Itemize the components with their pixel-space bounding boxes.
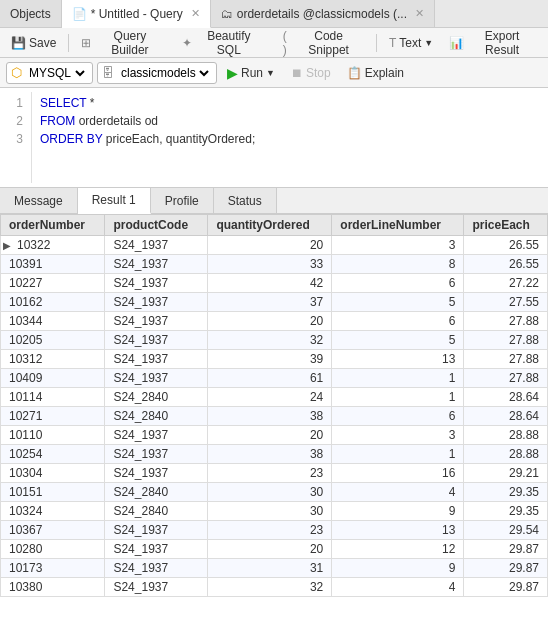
table-cell: 27.88	[464, 369, 548, 388]
table-cell: 5	[332, 293, 464, 312]
table-cell: S24_1937	[105, 255, 208, 274]
tab-objects[interactable]: Objects	[0, 0, 62, 27]
table-row: 10114S24_284024128.64	[1, 388, 548, 407]
run-label: Run	[241, 66, 263, 80]
query-builder-button[interactable]: ⊞ Query Builder	[74, 27, 172, 59]
table-cell: S24_1937	[105, 350, 208, 369]
table-row: 10254S24_193738128.88	[1, 445, 548, 464]
table-cell: S24_1937	[105, 293, 208, 312]
db-name-dropdown[interactable]: classicmodels	[117, 65, 212, 81]
table-cell: S24_1937	[105, 540, 208, 559]
editor-area[interactable]: 1 2 3 SELECT * FROM orderdetails od ORDE…	[0, 88, 548, 188]
close-icon-2[interactable]: ✕	[415, 7, 424, 20]
col-quantityOrdered: quantityOrdered	[208, 215, 332, 236]
tab-profile[interactable]: Profile	[151, 188, 214, 213]
table-cell: 1	[332, 388, 464, 407]
table-cell: 3	[332, 236, 464, 255]
text-button[interactable]: T Text ▼	[382, 34, 440, 52]
table-row: ▶10322S24_193720326.55	[1, 236, 548, 255]
result-tabs: Message Result 1 Profile Status	[0, 188, 548, 214]
code-snippet-button[interactable]: ( ) Code Snippet	[272, 27, 371, 59]
export-button[interactable]: 📊 Export Result	[442, 27, 544, 59]
explain-icon: 📋	[347, 66, 362, 80]
table-cell: 42	[208, 274, 332, 293]
table-row: 10173S24_193731929.87	[1, 559, 548, 578]
save-button[interactable]: 💾 Save	[4, 34, 63, 52]
run-button[interactable]: ▶ Run ▼	[221, 63, 281, 83]
db-type-dropdown[interactable]: MYSQL	[25, 65, 88, 81]
table-cell: 20	[208, 540, 332, 559]
col-productCode: productCode	[105, 215, 208, 236]
table-cell: 9	[332, 502, 464, 521]
table-cell: S24_1937	[105, 559, 208, 578]
table-cell: 10304	[1, 464, 105, 483]
table-cell: 29.35	[464, 502, 548, 521]
db-type-selector[interactable]: ⬡ MYSQL	[6, 62, 93, 84]
table-cell: 10367	[1, 521, 105, 540]
table-cell: 26.55	[464, 255, 548, 274]
stop-button[interactable]: ⏹ Stop	[285, 64, 337, 82]
table-cell: 39	[208, 350, 332, 369]
code-editor[interactable]: SELECT * FROM orderdetails od ORDER BY p…	[32, 92, 255, 183]
tab-message[interactable]: Message	[0, 188, 78, 213]
db-name-selector[interactable]: 🗄 classicmodels	[97, 62, 217, 84]
code-line-2: FROM orderdetails od	[40, 112, 255, 130]
result1-tab-label: Result 1	[92, 193, 136, 207]
status-tab-label: Status	[228, 194, 262, 208]
run-dropdown-icon: ▼	[266, 68, 275, 78]
table-row: 10380S24_193732429.87	[1, 578, 548, 597]
result-table-container[interactable]: orderNumber productCode quantityOrdered …	[0, 214, 548, 622]
table-cell: 28.88	[464, 445, 548, 464]
table-cell: S24_1937	[105, 521, 208, 540]
table-cell: 32	[208, 331, 332, 350]
col-priceEach: priceEach	[464, 215, 548, 236]
table-row: 10391S24_193733826.55	[1, 255, 548, 274]
tab-untitled-query[interactable]: 📄 * Untitled - Query ✕	[62, 0, 211, 28]
close-icon[interactable]: ✕	[191, 7, 200, 20]
beautify-label: Beautify SQL	[195, 29, 264, 57]
code-snippet-label: Code Snippet	[293, 29, 364, 57]
table-cell: S24_1937	[105, 426, 208, 445]
table-cell: 28.64	[464, 388, 548, 407]
beautify-button[interactable]: ✦ Beautify SQL	[175, 27, 271, 59]
table-cell: 6	[332, 407, 464, 426]
table-cell: S24_1937	[105, 274, 208, 293]
table-row: 10344S24_193720627.88	[1, 312, 548, 331]
table-cell: 26.55	[464, 236, 548, 255]
table-cell: 1	[332, 369, 464, 388]
document-icon: 📄	[72, 7, 87, 21]
table-cell: 10280	[1, 540, 105, 559]
table-cell: 8	[332, 255, 464, 274]
table-cell: 10205	[1, 331, 105, 350]
table-cell: 10114	[1, 388, 105, 407]
col-orderLineNumber: orderLineNumber	[332, 215, 464, 236]
table-icon: 🗂	[221, 7, 233, 21]
text-icon: T	[389, 36, 396, 50]
table-cell: 20	[208, 426, 332, 445]
table-header-row: orderNumber productCode quantityOrdered …	[1, 215, 548, 236]
table-cell: 10271	[1, 407, 105, 426]
tab-orderdetails[interactable]: 🗂 orderdetails @classicmodels (... ✕	[211, 0, 435, 27]
table-cell: 10162	[1, 293, 105, 312]
table-row: 10409S24_193761127.88	[1, 369, 548, 388]
table-row: 10227S24_193742627.22	[1, 274, 548, 293]
table-cell: ▶10322	[1, 236, 105, 255]
table-cell: S24_1937	[105, 445, 208, 464]
table-cell: 12	[332, 540, 464, 559]
explain-button[interactable]: 📋 Explain	[341, 64, 410, 82]
table-cell: 10227	[1, 274, 105, 293]
table-cell: 28.88	[464, 426, 548, 445]
table-cell: 10380	[1, 578, 105, 597]
table-row: 10271S24_284038628.64	[1, 407, 548, 426]
stop-icon: ⏹	[291, 66, 303, 80]
table-cell: 20	[208, 312, 332, 331]
table-cell: 10151	[1, 483, 105, 502]
table-cell: 13	[332, 350, 464, 369]
toolbar-separator-2	[376, 34, 377, 52]
tab-result1[interactable]: Result 1	[78, 188, 151, 214]
table-cell: 10110	[1, 426, 105, 445]
export-label: Export Result	[467, 29, 537, 57]
tab-status[interactable]: Status	[214, 188, 277, 213]
table-cell: S24_2840	[105, 407, 208, 426]
table-cell: S24_1937	[105, 236, 208, 255]
